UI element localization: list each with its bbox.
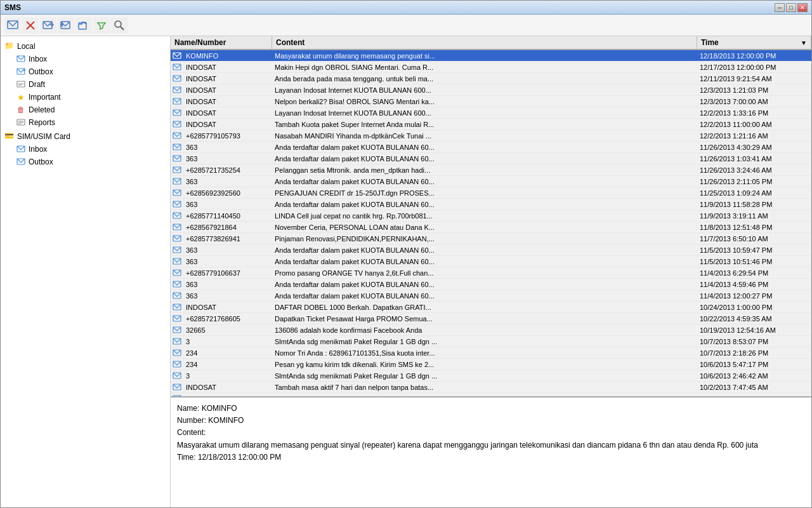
sidebar-item-draft[interactable]: Draft (11, 78, 170, 91)
table-row[interactable]: 363 Anda terdaftar dalam paket KUOTA BUL… (171, 176, 811, 187)
table-row[interactable]: 363 Anda terdaftar dalam paket KUOTA BUL… (171, 142, 811, 153)
cell-name: 3 (183, 372, 272, 380)
table-row[interactable]: +6285692392560 PENGAJUAN CREDIT dr 15-25… (171, 187, 811, 199)
message-icon (171, 246, 183, 254)
table-row[interactable]: 363 Anda terdaftar dalam paket KUOTA BUL… (171, 279, 811, 290)
move-button[interactable] (75, 17, 92, 34)
message-icon (171, 201, 183, 208)
cell-time: 11/5/2013 10:51:46 PM (697, 258, 811, 265)
cell-name: 363 (183, 201, 272, 208)
table-row[interactable]: INDOSAT DAFTAR DOBEL 1000 Berkah. Dapatk… (171, 302, 811, 313)
cell-time: 11/9/2013 3:19:11 AM (697, 212, 811, 220)
table-row[interactable]: INDOSAT Layanan Indosat Internet KUOTA B… (171, 84, 811, 96)
table-row[interactable]: 234 Nomor Tri Anda : 6289617101351,Sisa … (171, 347, 811, 359)
cell-time: 11/26/2013 1:03:41 AM (697, 155, 811, 163)
message-icon (171, 132, 183, 140)
cell-name: INDOSAT (183, 86, 272, 94)
close-button[interactable]: ✕ (797, 3, 808, 12)
cell-time: 10/24/2013 1:00:00 PM (697, 304, 811, 311)
detail-name-label-text: Name: (177, 404, 202, 413)
sidebar-item-sim-outbox[interactable]: Outbox (11, 156, 170, 168)
table-row[interactable]: 32665 136086 adalah kode konfirmasi Face… (171, 324, 811, 336)
table-row[interactable]: 363 Anda terdaftar dalam paket KUOTA BUL… (171, 153, 811, 164)
cell-name: 363 (183, 155, 272, 163)
table-row[interactable]: INDOSAT Tambah masa aktif 7 hari dan nel… (171, 382, 811, 393)
table-row[interactable]: +6285773826941 Pinjaman Renovasi,PENDIDI… (171, 233, 811, 244)
table-row[interactable]: INDOSAT Nelpon berkali2? Bisa! OBROL SIA… (171, 96, 811, 107)
minimize-button[interactable]: ─ (775, 3, 785, 12)
sidebar-local[interactable]: 📁 Local (1, 40, 170, 53)
col-header-time[interactable]: Time ▼ (697, 36, 811, 49)
table-row[interactable]: 3 SlmtAnda sdg menikmati Paket Regular 1… (171, 370, 811, 382)
table-row[interactable]: INDOSAT Tambah Kuota paket Super Interne… (171, 119, 811, 130)
cell-content: Tambah Kuota paket Super Internet Anda m… (272, 121, 697, 128)
table-row[interactable]: 363 Anda terdaftar dalam paket KUOTA BUL… (171, 290, 811, 302)
delete-button[interactable] (22, 17, 39, 34)
filter-button[interactable] (93, 17, 110, 34)
cell-content: Nasabah MANDIRI Yihanda m-dptkänCek Tuna… (272, 132, 697, 140)
table-row[interactable]: KOMINFO Masyarakat umum dilarang memasan… (171, 50, 811, 62)
table-row[interactable]: INDOSAT Anda berada pada masa tenggang. … (171, 73, 811, 84)
message-icon (171, 315, 183, 323)
sidebar-sim[interactable]: 💳 SIM/USIM Card (1, 130, 170, 143)
table-row[interactable]: +6285771140450 LINDA Cell jual cepat no … (171, 210, 811, 222)
cell-name: KOMINFO (183, 52, 272, 60)
table-row[interactable]: +6285779105793 Nasabah MANDIRI Yihanda m… (171, 130, 811, 142)
table-row[interactable]: 363 Anda terdaftar dalam paket KUOTA BUL… (171, 199, 811, 210)
table-row[interactable]: +6285721768605 Dapatkan Ticket Pesawat H… (171, 313, 811, 324)
table-row[interactable]: +628567921864 November Ceria, PERSONAL L… (171, 222, 811, 233)
cell-time: 11/26/2013 4:30:29 AM (697, 144, 811, 151)
maximize-button[interactable]: □ (786, 3, 796, 12)
sidebar-item-important[interactable]: ★ Important (11, 91, 170, 104)
message-icon (171, 384, 183, 391)
table-row[interactable]: +6285721735254 Pelanggan setia Mtronik. … (171, 164, 811, 176)
cell-name: INDOSAT (183, 304, 272, 311)
svg-line-10 (121, 27, 124, 30)
sort-arrow-icon: ▼ (801, 39, 807, 46)
forward-button[interactable] (40, 17, 56, 34)
table-row[interactable]: 234 Pesan yg kamu kirim tdk dikenali. Ki… (171, 359, 811, 370)
cell-content: Anda terdaftar dalam paket KUOTA BULANAN… (272, 144, 697, 151)
col-header-name[interactable]: Name/Number (171, 36, 272, 49)
reply-button[interactable] (58, 17, 74, 34)
col-time-label: Time (701, 38, 719, 47)
detail-time-line: Time: 12/18/2013 12:00:00 PM (177, 451, 805, 464)
sidebar-item-sim-inbox[interactable]: Inbox (11, 143, 170, 156)
table-row[interactable]: 3 SlmtAnda sdg menikmati Paket Regular 1… (171, 336, 811, 347)
detail-number-value: KOMINFO (208, 416, 244, 425)
detail-name-line: Name: KOMINFO (177, 403, 805, 415)
table-row[interactable]: 363 Anda terdaftar dalam paket KUOTA BUL… (171, 244, 811, 256)
cell-content: Tambah masa aktif 7 hari dan nelpon tanp… (272, 384, 697, 391)
cell-time: 12/2/2013 1:33:16 PM (697, 109, 811, 117)
cell-time: 10/6/2013 5:47:17 PM (697, 361, 811, 368)
col-header-content[interactable]: Content (272, 36, 697, 49)
reports-icon (16, 117, 26, 128)
message-list[interactable]: KOMINFO Masyarakat umum dilarang memasan… (171, 50, 811, 396)
cell-time: 10/2/2013 7:47:45 AM (697, 384, 811, 391)
cell-time: 12/3/2013 7:00:00 AM (697, 98, 811, 105)
sidebar-item-outbox[interactable]: Outbox (11, 65, 170, 78)
sidebar-item-reports[interactable]: Reports (11, 116, 170, 129)
cell-time: 12/2/2013 1:21:16 AM (697, 132, 811, 140)
cell-content: DAFTAR DOBEL 1000 Berkah. Dapatkan GRATI… (272, 304, 697, 311)
cell-content: Anda terdaftar dalam paket KUOTA BULANAN… (272, 281, 697, 288)
sidebar-item-deleted[interactable]: 🗑 Deleted (11, 104, 170, 116)
outbox-icon (16, 67, 26, 77)
sidebar-item-inbox[interactable]: Inbox (11, 53, 170, 65)
table-row[interactable]: INDOSAT Makin Hepi dgn OBROL SIANG Menta… (171, 62, 811, 73)
search-button[interactable] (111, 17, 128, 34)
table-row[interactable]: +6285779106637 Promo pasang ORANGE TV ha… (171, 267, 811, 279)
message-icon (171, 235, 183, 243)
cell-name: 3 (183, 338, 272, 345)
cell-time: 12/18/2013 12:00:00 PM (697, 52, 811, 60)
table-row[interactable]: 363 Anda terdaftar dalam paket KUOTA BUL… (171, 256, 811, 267)
compose-button[interactable] (4, 17, 21, 34)
important-icon: ★ (16, 92, 26, 102)
cell-name: +6285773826941 (183, 235, 272, 243)
message-icon (171, 326, 183, 334)
cell-content: SlmtAnda sdg menikmati Paket Regular 1 G… (272, 372, 697, 380)
table-row[interactable]: INDOSAT Layanan Indosat Internet KUOTA B… (171, 107, 811, 119)
message-icon (171, 144, 183, 151)
sidebar-sim-inbox-label: Inbox (29, 145, 47, 154)
cell-time: 10/7/2013 2:18:26 PM (697, 349, 811, 357)
